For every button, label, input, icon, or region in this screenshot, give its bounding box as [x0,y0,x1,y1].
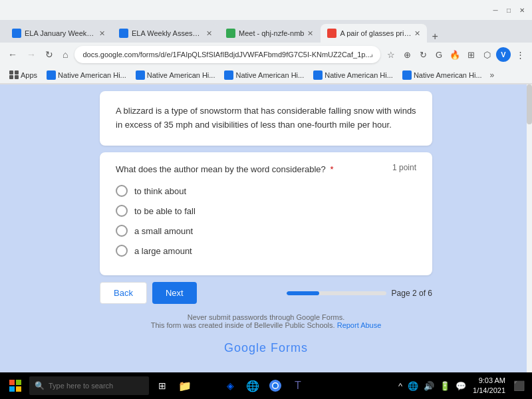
back-button[interactable]: Back [100,282,147,304]
search-icon: 🔍 [35,381,45,390]
bookmark-3[interactable]: Native American Hi... [220,69,308,81]
passage-text: A blizzard is a type of snowstorm that h… [116,104,416,132]
time-date-display[interactable]: 9:03 AM 1/14/2021 [470,376,508,396]
taskbar-search-input[interactable] [49,382,135,390]
forward-button[interactable]: → [24,48,39,61]
taskbar-teams-icon[interactable]: T [289,376,307,395]
taskbar-mail-icon[interactable]: ✉ [311,376,330,395]
footer-created-by: This form was created inside of Bellevil… [151,321,382,329]
tray-battery-icon[interactable]: 🔋 [438,380,452,392]
bookmark-label-1: Native American Hi... [58,71,126,79]
title-bar: ─ □ ✕ [0,0,532,20]
bookmark-5[interactable]: Native American Hi... [398,69,486,81]
apps-label: Apps [21,71,37,79]
profile-avatar[interactable]: V [496,47,511,62]
tab-3[interactable]: Meet - qhj-nzfe-nmb ✕ [219,24,320,43]
navigation-buttons: Back Next Page 2 of 6 [100,282,432,304]
tab-close-1[interactable]: ✕ [99,29,105,38]
radio-2[interactable] [116,205,128,217]
task-view-button[interactable]: ⊞ [153,376,172,395]
tab-favicon-3 [226,29,235,38]
tab-close-2[interactable]: ✕ [206,29,212,38]
bookmark-favicon-2 [136,70,145,80]
tab-2[interactable]: ELA Weekly Assessment ✕ [112,24,219,43]
notification-button[interactable]: ⬛ [511,378,527,394]
tray-speaker-icon[interactable]: 🔊 [422,380,436,392]
bookmark-favicon-4 [313,70,323,80]
bookmarks-bar: Apps Native American Hi... Native Americ… [0,66,532,84]
option-row-4[interactable]: a large amount [116,245,416,257]
svg-rect-1 [16,380,21,385]
report-abuse-link[interactable]: Report Abuse [337,321,382,329]
taskbar-dropbox-icon[interactable]: ◈ [221,376,239,395]
question-card: What does the author mean by the word co… [100,152,432,276]
tab-close-3[interactable]: ✕ [307,29,313,38]
tab-title-1: ELA January Week 2 Quiz [25,29,96,37]
question-header: What does the author mean by the word co… [116,163,416,176]
option-row-1[interactable]: to think about [116,185,416,197]
puzzle-icon[interactable]: ⊞ [464,48,477,61]
extensions-icon[interactable]: ⊕ [400,48,414,61]
tab-title-3: Meet - qhj-nzfe-nmb [239,29,304,37]
start-button[interactable] [5,376,25,396]
svg-rect-2 [9,386,15,392]
new-tab-button[interactable]: + [428,31,442,43]
question-text: What does the author mean by the word co… [116,163,386,176]
taskbar-right: ^ 🌐 🔊 🔋 💬 9:03 AM 1/14/2021 ⬛ [397,376,527,396]
footer-warning: Never submit passwords through Google Fo… [151,313,382,321]
taskbar-chrome-icon[interactable] [266,376,285,395]
tray-network-icon[interactable]: 🌐 [406,380,420,392]
tab-favicon-2 [119,29,128,38]
home-button[interactable]: ⌂ [60,48,70,61]
tab-1[interactable]: ELA January Week 2 Quiz ✕ [5,24,112,43]
page-indicator-label: Page 2 of 6 [392,289,432,298]
grammarly-icon[interactable]: G [432,48,446,61]
fire-icon[interactable]: 🔥 [448,48,462,61]
sync-icon[interactable]: ↻ [416,48,430,61]
tray-comment-icon[interactable]: 💬 [454,380,467,392]
page-indicator: Page 2 of 6 [287,289,432,298]
tray-up-icon[interactable]: ^ [397,380,404,392]
bookmark-1[interactable]: Native American Hi... [43,69,130,81]
radio-1[interactable] [116,185,128,197]
google-forms-text: Google Forms [224,341,308,354]
bookmark-star-icon[interactable]: ☆ [384,48,398,61]
taskbar-edge-icon[interactable]: 🌐 [243,376,262,395]
back-button[interactable]: ← [5,48,20,61]
bookmark-favicon-5 [402,70,412,80]
minimize-button[interactable]: ─ [491,5,500,15]
menu-button[interactable]: ⋮ [513,48,527,61]
taskbar-search[interactable]: 🔍 [29,376,149,395]
bookmarks-overflow-button[interactable]: » [487,70,497,80]
bookmark-label-2: Native American Hi... [147,71,215,79]
cast-icon[interactable]: ⬡ [480,48,493,61]
tab-4-active[interactable]: A pair of glasses priced … ✕ [321,24,427,43]
option-label-4: a large amount [134,246,192,256]
progress-bar-fill [287,291,320,295]
address-bar: ← → ↻ ⌂ ☆ ⊕ ↻ G 🔥 ⊞ ⬡ V ⋮ [0,43,532,66]
option-row-2[interactable]: to be able to fall [116,205,416,217]
bookmark-label-3: Native American Hi... [235,71,304,79]
scrollbar-thumb[interactable] [527,84,532,124]
close-button[interactable]: ✕ [517,5,527,15]
tab-title-2: ELA Weekly Assessment [132,29,203,37]
apps-bookmark[interactable]: Apps [5,69,41,80]
required-star: * [328,164,334,174]
address-input[interactable] [74,46,380,63]
taskbar-files-icon[interactable]: 📁 [176,376,194,395]
tab-close-4[interactable]: ✕ [414,29,420,38]
option-row-3[interactable]: a small amount [116,225,416,237]
scrollbar[interactable] [527,84,532,373]
bookmark-4[interactable]: Native American Hi... [309,69,397,81]
svg-point-6 [273,384,278,388]
bookmark-2[interactable]: Native American Hi... [132,69,219,81]
tabs-bar: ELA January Week 2 Quiz ✕ ELA Weekly Ass… [0,20,532,43]
maximize-button[interactable]: □ [504,5,513,15]
svg-rect-3 [16,386,21,392]
reload-button[interactable]: ↻ [43,48,56,61]
bookmark-favicon-1 [47,70,56,80]
taskbar-store-icon[interactable]: 🛍 [198,376,217,395]
radio-4[interactable] [116,245,128,257]
radio-3[interactable] [116,225,128,237]
next-button[interactable]: Next [152,282,197,304]
